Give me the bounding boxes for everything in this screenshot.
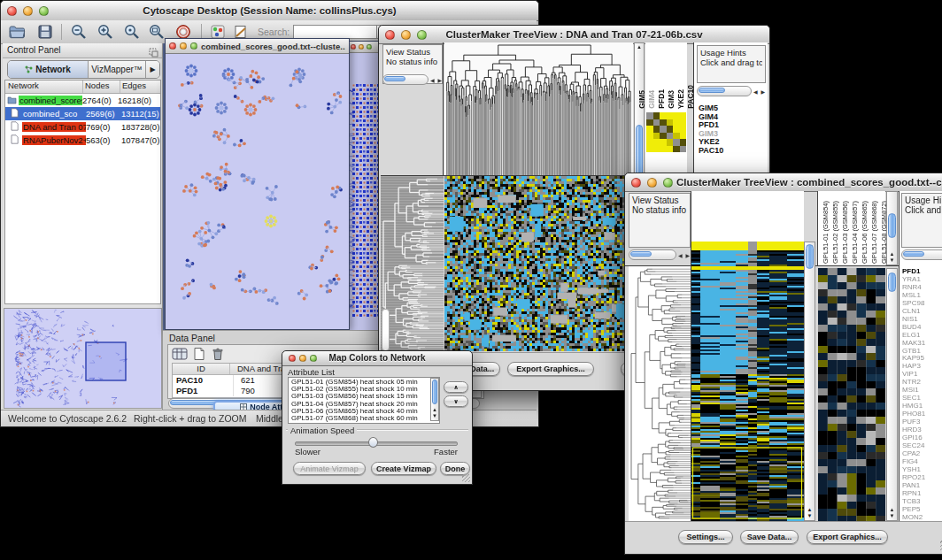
minimize-icon[interactable] xyxy=(647,178,657,188)
tv2-gene-label[interactable]: RNR4 xyxy=(902,284,942,292)
zoom-window-icon[interactable] xyxy=(663,178,673,188)
create-vizmap-button[interactable]: Create Vizmap xyxy=(371,462,436,475)
tv2-column-label[interactable]: GPL51-03 (GSM856) xyxy=(841,201,849,264)
minimize-icon[interactable] xyxy=(180,42,187,50)
tv1-matrix-cell[interactable] xyxy=(660,112,667,119)
tv2-gene-label[interactable]: FIG4 xyxy=(902,458,942,466)
tv2-export-graphics-button[interactable]: Export Graphics... xyxy=(807,530,888,544)
tv1-left-dendro-scrollbar[interactable] xyxy=(382,309,390,351)
tv2-gene-label[interactable]: HAP3 xyxy=(902,363,942,371)
zoom-window-icon[interactable] xyxy=(190,42,197,50)
speed-slider-thumb[interactable] xyxy=(368,437,378,448)
tv2-gene-label[interactable]: PAN1 xyxy=(902,482,942,490)
tv2-gene-label[interactable]: PUF3 xyxy=(902,418,942,426)
tv2-row-dendrogram[interactable] xyxy=(629,266,691,521)
attribute-list-item[interactable]: GPL51-06 (GSM865) heat shock 40 min xyxy=(290,408,429,415)
tv2-heatmap-vscrollbar[interactable]: ▲▼ xyxy=(804,242,815,521)
tv2-hints-hscrollbar[interactable] xyxy=(901,249,942,260)
birdseye-overview[interactable] xyxy=(4,308,162,409)
tv1-matrix-cell[interactable] xyxy=(660,146,667,153)
attribute-list-item[interactable]: GPL51-04 (GSM857) heat shock 20 min xyxy=(290,401,429,408)
network-name[interactable]: combined_scores xyxy=(19,96,82,105)
tv2-save-data-button[interactable]: Save Data... xyxy=(740,530,799,544)
zoom-out-button[interactable] xyxy=(70,23,88,44)
tv2-gene-label[interactable]: HRD3 xyxy=(902,426,942,434)
tv1-matrix-cell[interactable] xyxy=(667,133,674,140)
tv1-matrix-cell[interactable] xyxy=(673,146,680,153)
tv1-matrix-cell[interactable] xyxy=(680,119,687,127)
tv1-column-label[interactable]: PFD1 xyxy=(657,89,666,109)
tv2-gene-label[interactable]: BUD4 xyxy=(902,324,942,332)
tv1-matrix-cell[interactable] xyxy=(667,146,674,153)
tv1-matrix-cell[interactable] xyxy=(646,126,653,133)
tv1-row-dendrogram[interactable] xyxy=(381,176,444,351)
delete-attribute-button[interactable] xyxy=(211,347,225,364)
tv2-gene-label[interactable]: ELG1 xyxy=(902,332,942,340)
done-button[interactable]: Done xyxy=(440,462,470,475)
tv2-global-heatmap[interactable] xyxy=(691,242,804,521)
tv1-matrix-cell[interactable] xyxy=(680,126,687,133)
col-nodes[interactable]: Nodes xyxy=(83,81,120,93)
tv1-matrix-cell[interactable] xyxy=(653,139,660,146)
network-name[interactable]: DNA and Tran 07 xyxy=(22,122,86,132)
tv1-column-label[interactable]: GIM4 xyxy=(647,90,656,109)
tv1-global-heatmap[interactable] xyxy=(444,176,633,351)
tv2-gene-label[interactable]: NIS1 xyxy=(902,316,942,324)
tv2-gene-label[interactable]: MAK31 xyxy=(902,340,942,348)
tv1-matrix-cell[interactable] xyxy=(646,146,653,153)
tv2-gene-label[interactable]: YRA1 xyxy=(902,276,942,284)
tv2-column-label[interactable]: GPL51-07 (GSM868) xyxy=(870,201,878,264)
tv1-matrix-cell[interactable] xyxy=(653,146,660,153)
tv2-gene-label[interactable]: PEP5 xyxy=(902,506,942,514)
tv1-matrix-cell[interactable] xyxy=(660,119,667,127)
tv1-matrix-cell[interactable] xyxy=(680,112,687,119)
tv1-titlebar[interactable]: ClusterMaker TreeView : DNA and Tran 07-… xyxy=(379,26,769,44)
animate-vizmap-button[interactable]: Animate Vizmap xyxy=(293,462,366,475)
attribute-select-button[interactable] xyxy=(172,347,188,364)
tv1-column-label[interactable]: YKE2 xyxy=(676,89,685,109)
tv1-matrix-cell[interactable] xyxy=(646,119,653,127)
tv1-matrix-cell[interactable] xyxy=(660,133,667,140)
tv1-matrix-cell[interactable] xyxy=(653,112,660,119)
close-icon[interactable] xyxy=(169,42,176,50)
tv1-gene-label[interactable]: GIM3 xyxy=(699,130,766,139)
network-name[interactable]: combined_sco xyxy=(22,109,86,119)
move-up-button[interactable]: ∧ xyxy=(444,381,468,393)
tab-network[interactable]: Network xyxy=(8,61,89,78)
tv1-matrix-cell[interactable] xyxy=(667,126,674,133)
col-edges[interactable]: Edges xyxy=(120,81,160,93)
tv2-gene-label[interactable]: RPO21 xyxy=(902,474,942,482)
tv1-matrix-cell[interactable] xyxy=(673,112,680,119)
tv1-matrix-cell[interactable] xyxy=(667,112,674,119)
tv2-gene-label[interactable]: GPI16 xyxy=(902,434,942,442)
tv1-gene-label[interactable]: GIM4 xyxy=(699,113,766,122)
move-down-button[interactable]: ∨ xyxy=(444,395,468,407)
dialog-resize-grip[interactable] xyxy=(462,474,470,482)
tv1-matrix-cell[interactable] xyxy=(646,139,653,146)
tv1-matrix-cell[interactable] xyxy=(673,126,680,133)
tv1-matrix-cell[interactable] xyxy=(653,119,660,127)
zoom-in-button[interactable] xyxy=(97,23,114,44)
tv1-gene-label[interactable]: PAC10 xyxy=(699,147,766,156)
tv2-zoom-heatmap[interactable] xyxy=(818,268,885,521)
attribute-list-item[interactable]: GPL51-01 (GSM854) heat shock 05 min xyxy=(290,379,429,386)
tv2-column-label[interactable]: GPL51-04 (GSM857) xyxy=(851,201,859,264)
col-network[interactable]: Network xyxy=(5,81,83,93)
tv2-gene-label[interactable]: CLN1 xyxy=(902,308,942,316)
tv1-gene-label[interactable]: PFD1 xyxy=(699,121,766,130)
tv2-gene-label[interactable]: KAP95 xyxy=(902,355,942,363)
attribute-list-item[interactable]: GPL51-02 (GSM855) heat shock 10 min xyxy=(290,386,429,393)
tv1-column-label[interactable]: GIM5 xyxy=(637,90,646,109)
tv2-zoom-vscrollbar[interactable]: ▲▼ xyxy=(886,268,898,521)
tab-overflow-button[interactable]: ▶ xyxy=(146,61,159,78)
dialog-titlebar[interactable]: Map Colors to Network xyxy=(282,351,472,366)
tv1-column-label[interactable]: GIM3 xyxy=(667,90,676,109)
main-titlebar[interactable]: Cytoscape Desktop (Session Name: collins… xyxy=(1,1,538,21)
save-button[interactable] xyxy=(36,23,54,44)
float-panel-button[interactable] xyxy=(149,45,158,61)
tab-vizmapper[interactable]: VizMapper™ xyxy=(89,61,146,78)
tv2-titlebar[interactable]: ClusterMaker TreeView : combined_scores_… xyxy=(625,173,942,192)
tv1-matrix-cell[interactable] xyxy=(673,139,680,146)
network-window-titlebar[interactable]: combined_scores_good.txt--cluste... xyxy=(166,39,349,54)
tv2-gene-label[interactable]: PFD1 xyxy=(902,268,942,276)
